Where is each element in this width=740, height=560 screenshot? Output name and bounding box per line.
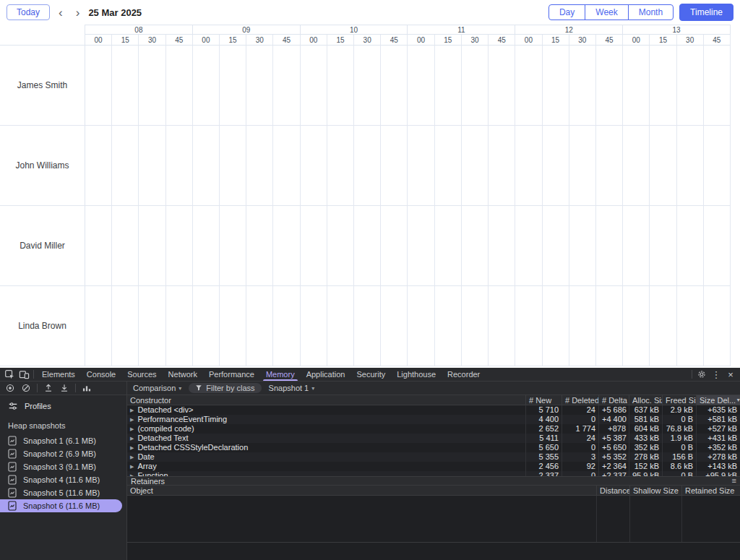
time-slot-cell[interactable] (166, 206, 193, 286)
time-slot-cell[interactable] (435, 46, 462, 126)
time-slot-cell[interactable] (515, 206, 542, 286)
time-slot-cell[interactable] (623, 206, 650, 286)
time-slot-cell[interactable] (596, 206, 623, 286)
time-slot-cell[interactable] (112, 126, 139, 206)
time-slot-cell[interactable] (327, 286, 354, 366)
base-snapshot-select[interactable]: Snapshot 1 ▾ (269, 384, 315, 392)
time-slot-cell[interactable] (301, 206, 327, 286)
expand-row-icon[interactable]: ▶ (130, 452, 134, 462)
record-heap-snapshot-icon[interactable] (3, 382, 17, 395)
expand-row-icon[interactable]: ▶ (130, 434, 134, 443)
settings-gear-icon[interactable] (694, 368, 709, 381)
time-slot-cell[interactable] (246, 126, 273, 206)
time-slot-cell[interactable] (354, 206, 381, 286)
snapshot-item[interactable]: Snapshot 5 (11.6 MB) (0, 486, 122, 499)
time-slot-cell[interactable] (515, 46, 542, 126)
tab-network[interactable]: Network (163, 368, 203, 381)
time-slot-cell[interactable] (408, 286, 434, 366)
prev-date-button[interactable]: ‹ (54, 7, 67, 19)
sidebar-item-profiles[interactable]: Profiles (0, 398, 126, 414)
snapshot-item[interactable]: Snapshot 1 (6.1 MB) (0, 434, 122, 447)
close-devtools-icon[interactable]: × (723, 368, 738, 381)
time-slot-cell[interactable] (273, 206, 300, 286)
time-slot-cell[interactable] (301, 46, 327, 126)
time-slot-cell[interactable] (489, 286, 515, 366)
time-slot-cell[interactable] (273, 126, 300, 206)
time-slot-cell[interactable] (650, 206, 676, 286)
time-slot-cell[interactable] (220, 46, 246, 126)
time-slot-cell[interactable] (327, 46, 354, 126)
tab-lighthouse[interactable]: Lighthouse (391, 368, 442, 381)
time-slot-cell[interactable] (596, 286, 623, 366)
time-slot-cell[interactable] (462, 206, 489, 286)
load-profile-icon[interactable] (41, 382, 56, 395)
time-slot-cell[interactable] (569, 286, 596, 366)
time-slot-cell[interactable] (354, 286, 381, 366)
tab-elements[interactable]: Elements (36, 368, 81, 381)
view-button-day[interactable]: Day (548, 4, 585, 20)
time-slot-cell[interactable] (623, 46, 650, 126)
tab-sources[interactable]: Sources (121, 368, 162, 381)
time-slot-cell[interactable] (515, 126, 542, 206)
time-slot-cell[interactable] (462, 46, 489, 126)
time-slot-cell[interactable] (112, 286, 139, 366)
table-row[interactable]: ▶(compiled code)2 6521 774+878604 kB76.8… (127, 424, 740, 434)
table-row[interactable]: ▶Date5 3553+5 352278 kB156 B+278 kB (127, 452, 740, 462)
time-slot-cell[interactable] (166, 46, 193, 126)
table-row[interactable]: ▶Detached CSSStyleDeclaration5 6500+5 65… (127, 443, 740, 452)
time-slot-cell[interactable] (596, 126, 623, 206)
time-slot-cell[interactable] (193, 206, 220, 286)
table-row[interactable]: ▶PerformanceEventTiming4 4000+4 400581 k… (127, 415, 740, 424)
tab-performance[interactable]: Performance (203, 368, 260, 381)
time-slot-cell[interactable] (354, 46, 381, 126)
next-date-button[interactable]: › (72, 7, 85, 19)
retainers-menu-icon[interactable]: ≡ (732, 477, 736, 485)
time-slot-cell[interactable] (435, 206, 462, 286)
column-header-size-delta[interactable]: Size Del... ▼ (696, 395, 740, 405)
time-slot-cell[interactable] (489, 126, 515, 206)
time-slot-cell[interactable] (435, 286, 462, 366)
time-slot-cell[interactable] (408, 206, 434, 286)
time-slot-cell[interactable] (515, 286, 542, 366)
time-slot-cell[interactable] (327, 126, 354, 206)
tab-recorder[interactable]: Recorder (442, 368, 486, 381)
perspective-select[interactable]: Comparison ▾ (133, 384, 181, 392)
table-row[interactable]: ▶Array2 45692+2 364152 kB8.6 kB+143 kB (127, 462, 740, 471)
time-slot-cell[interactable] (220, 206, 246, 286)
tab-memory[interactable]: Memory (260, 368, 301, 381)
time-slot-cell[interactable] (193, 286, 220, 366)
time-slot-cell[interactable] (704, 206, 731, 286)
time-slot-cell[interactable] (85, 206, 112, 286)
table-row[interactable]: ▶Function2 3370+2 33795.9 kB0 B+95.9 kB (127, 471, 740, 476)
time-slot-cell[interactable] (381, 126, 408, 206)
time-slot-cell[interactable] (462, 286, 489, 366)
time-slot-cell[interactable] (677, 286, 704, 366)
time-slot-cell[interactable] (193, 126, 220, 206)
expand-row-icon[interactable]: ▶ (130, 443, 134, 452)
column-header-freed-size[interactable]: Freed Size (662, 395, 696, 405)
snapshot-item[interactable]: Snapshot 3 (9.1 MB) (0, 460, 122, 473)
time-slot-cell[interactable] (462, 126, 489, 206)
time-slot-cell[interactable] (246, 286, 273, 366)
time-slot-cell[interactable] (139, 126, 165, 206)
time-slot-cell[interactable] (489, 46, 515, 126)
time-slot-cell[interactable] (704, 46, 731, 126)
time-slot-cell[interactable] (354, 126, 381, 206)
column-header-delta[interactable]: # Delta (598, 395, 629, 405)
time-slot-cell[interactable] (543, 286, 569, 366)
expand-row-icon[interactable]: ▶ (130, 415, 134, 424)
time-slot-cell[interactable] (381, 206, 408, 286)
time-slot-cell[interactable] (623, 286, 650, 366)
column-header-object[interactable]: Object (127, 486, 596, 495)
time-slot-cell[interactable] (85, 46, 112, 126)
time-slot-cell[interactable] (220, 286, 246, 366)
time-slot-cell[interactable] (112, 206, 139, 286)
time-slot-cell[interactable] (166, 126, 193, 206)
time-slot-cell[interactable] (704, 286, 731, 366)
time-slot-cell[interactable] (569, 206, 596, 286)
column-header-constructor[interactable]: Constructor (127, 395, 525, 405)
time-slot-cell[interactable] (301, 126, 327, 206)
tab-console[interactable]: Console (81, 368, 121, 381)
snapshot-item[interactable]: Snapshot 2 (6.9 MB) (0, 447, 122, 460)
time-slot-cell[interactable] (85, 126, 112, 206)
